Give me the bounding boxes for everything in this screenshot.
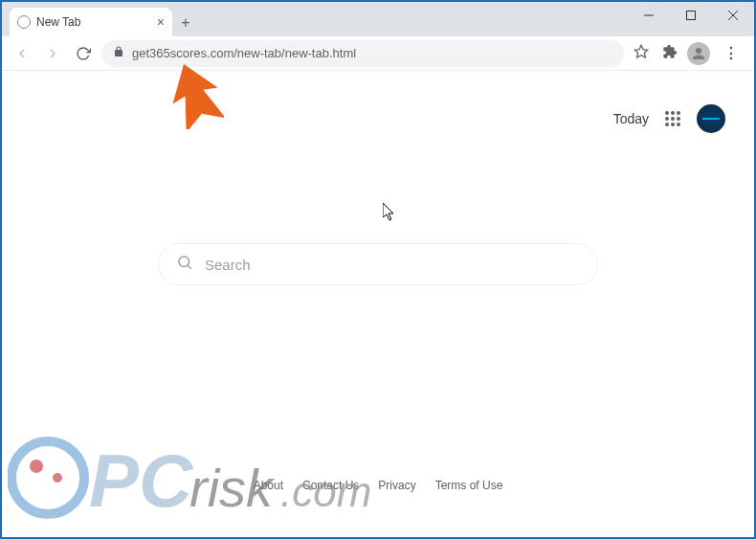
svg-point-8 — [677, 111, 680, 115]
search-input[interactable] — [205, 257, 580, 273]
today-link[interactable]: Today — [613, 111, 649, 126]
window-close-button[interactable] — [712, 2, 754, 29]
svg-rect-1 — [687, 11, 696, 20]
svg-point-6 — [665, 111, 669, 115]
footer-privacy[interactable]: Privacy — [378, 479, 415, 492]
svg-point-5 — [696, 48, 701, 54]
lock-icon — [113, 46, 124, 60]
svg-point-14 — [677, 123, 680, 126]
address-bar: get365scores.com/new-tab/new-tab.html ⋮ — [2, 36, 754, 71]
new-tab-button[interactable]: + — [172, 10, 199, 36]
svg-point-10 — [671, 117, 675, 121]
kebab-menu-icon[interactable]: ⋮ — [716, 40, 746, 66]
bookmark-star-icon[interactable] — [630, 40, 653, 67]
minimize-button[interactable] — [628, 2, 670, 29]
browser-titlebar: New Tab × + — [2, 2, 754, 36]
window-controls — [628, 2, 754, 36]
address-right: ⋮ — [630, 40, 746, 67]
extensions-icon[interactable] — [658, 40, 681, 67]
extension-logo-icon[interactable] — [697, 104, 725, 133]
maximize-button[interactable] — [670, 2, 712, 29]
footer-about[interactable]: About — [254, 479, 283, 492]
top-right-nav: Today — [613, 104, 725, 133]
url-box[interactable]: get365scores.com/new-tab/new-tab.html — [101, 40, 624, 67]
svg-point-15 — [179, 257, 189, 267]
globe-icon — [17, 15, 31, 29]
search-icon — [176, 254, 193, 275]
reload-button[interactable] — [71, 41, 96, 66]
apps-grid-icon[interactable] — [664, 110, 681, 127]
forward-button[interactable] — [40, 41, 65, 66]
svg-point-7 — [671, 111, 675, 115]
search-box[interactable] — [158, 243, 598, 285]
back-button[interactable] — [10, 41, 34, 66]
close-tab-icon[interactable]: × — [157, 14, 165, 30]
svg-line-16 — [188, 265, 190, 268]
tab-title: New Tab — [36, 15, 151, 29]
footer-contact[interactable]: Contact Us — [302, 479, 359, 492]
footer-links: About Contact Us Privacy Terms of Use — [2, 468, 754, 503]
svg-point-11 — [677, 117, 680, 121]
footer-terms[interactable]: Terms of Use — [435, 479, 503, 492]
browser-tab[interactable]: New Tab × — [10, 8, 172, 36]
svg-marker-4 — [634, 45, 647, 57]
svg-point-12 — [665, 123, 669, 126]
page-content: Today About Contact Us Privacy Terms of … — [2, 71, 754, 503]
svg-point-9 — [665, 117, 669, 121]
profile-avatar-icon[interactable] — [687, 42, 710, 65]
url-text: get365scores.com/new-tab/new-tab.html — [132, 46, 612, 60]
svg-point-13 — [671, 123, 675, 126]
